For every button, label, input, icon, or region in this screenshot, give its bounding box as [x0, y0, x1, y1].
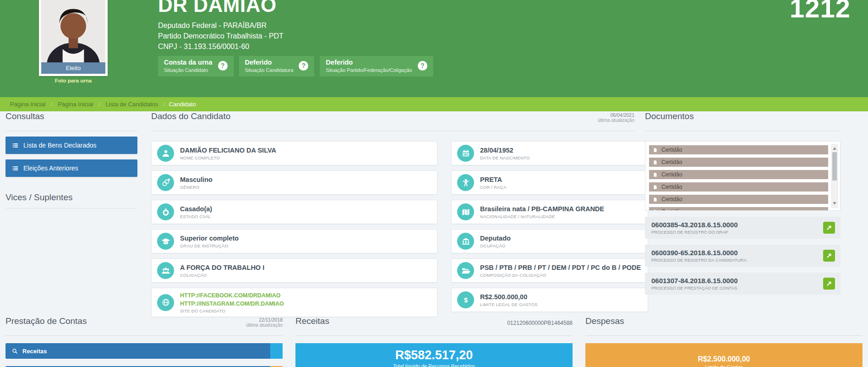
page-title: DR DAMIÃO	[158, 0, 284, 16]
candidate-page: 1212 Eleito Foto para urna DR DAMIÃO Dep…	[0, 0, 868, 367]
certidao-item[interactable]: Certidão	[649, 158, 828, 167]
last-update-date: 22/11/2018	[246, 317, 283, 323]
field-card: PSB / PTB / PRB / PT / DEM / PDT / PC do…	[451, 258, 648, 283]
processo-number: 0601307-84.2018.6.15.0000	[651, 277, 738, 285]
processo-number: 0600385-43.2018.6.15.0000	[651, 221, 738, 229]
field-value: DAMIÃO FELICIANO DA SILVA	[180, 146, 276, 154]
field-card: 28/04/1952 DATA DE NASCIMENTO	[451, 141, 648, 165]
certidao-item[interactable]: Certidão	[649, 145, 828, 154]
badge-subtitle: Situação Partido/Federação/Coligação	[326, 67, 412, 73]
breadcrumb-link[interactable]: Página Inicial	[58, 101, 93, 108]
field-label: COMPOSIÇÃO DA COLIGAÇÃO	[480, 273, 641, 278]
field-value: PRETA	[480, 175, 506, 184]
field-value: PSB / PTB / PRB / PT / DEM / PDT / PC do…	[480, 263, 641, 272]
last-update-label: última atualização	[246, 323, 283, 328]
scroll-up-arrow[interactable]	[832, 146, 837, 151]
field-card: Casado(a) ESTADO CIVIL	[151, 200, 437, 224]
certidoes-list: Certidão Certidão Certidão	[645, 141, 841, 211]
dados-section: Dados do Candidato 06/04/2021 última atu…	[151, 111, 634, 322]
external-link-icon[interactable]: ↗	[823, 250, 835, 262]
field-card: Deputado OCUPAÇÃO	[451, 229, 648, 253]
scrollbar	[831, 144, 838, 208]
prestacao-title: Prestação de Contas	[5, 316, 87, 326]
certidoes-rows: Certidão Certidão Certidão	[649, 145, 828, 211]
field-label: DATA DE NASCIMENTO	[480, 155, 530, 160]
receitas-total-card: R$582.517,20 Total líquido de Recursos R…	[295, 343, 573, 367]
breadcrumb: Página Inicial / Página Inicial / Lista …	[0, 97, 868, 111]
divider	[5, 131, 137, 131]
field-card: Brasileira nata / PB-CAMPINA GRANDE NACI…	[451, 200, 648, 224]
despesas-amount-label: Limite de Gastos	[585, 364, 863, 367]
photo-caption: Foto para urna	[39, 78, 108, 83]
receitas-title: Receitas	[295, 316, 329, 326]
prestacao-button[interactable]: Receitas	[5, 343, 283, 359]
processo-number: 0600390-65.2018.6.15.0000	[651, 249, 747, 257]
calendar-icon	[457, 145, 474, 162]
fields-right-column: 28/04/1952 DATA DE NASCIMENTO PRETA COR …	[451, 141, 648, 317]
certidao-item[interactable]: Certidão	[649, 170, 828, 179]
breadcrumb-current: Candidato	[169, 101, 196, 108]
accent-strip	[270, 343, 283, 359]
document-icon	[653, 172, 658, 178]
dollar-icon: $	[457, 291, 474, 308]
person-silhouette	[41, 0, 105, 63]
divider	[151, 131, 634, 131]
divider	[585, 335, 863, 336]
external-link-icon[interactable]: ↗	[823, 222, 835, 234]
list-icon	[12, 142, 19, 149]
help-icon[interactable]: ?	[299, 61, 308, 71]
field-card: Superior completo GRAU DE INSTRUÇÃO	[151, 229, 437, 253]
sidebar-button[interactable]: Eleições Anteriores	[5, 159, 137, 177]
status-badge-card: Deferido Situação Partido/Federação/Coli…	[320, 56, 433, 77]
office-line: Deputado Federal - PARAÍBA/BR	[158, 20, 284, 31]
divider	[5, 335, 283, 336]
map-icon	[457, 203, 474, 220]
certidao-item[interactable]: Certidão	[649, 207, 828, 211]
field-label: GRAU DE INSTRUÇÃO	[180, 243, 239, 248]
certidao-item[interactable]: Certidão	[649, 195, 828, 204]
processo-card: 0600390-65.2018.6.15.0000 PROCESSO DE RE…	[645, 245, 841, 267]
breadcrumb-link[interactable]: Lista de Candidatos	[105, 101, 158, 108]
ring-icon	[157, 203, 174, 220]
help-icon[interactable]: ?	[218, 61, 228, 71]
receitas-amount: R$582.517,20	[295, 348, 573, 362]
sidebar-buttons: Lista de Bens Declarados Eleições Anteri…	[5, 137, 137, 177]
candidate-site-links[interactable]: HTTP://FACEBOOK.COM/DRDAMIAOHTTP://INSTA…	[180, 291, 284, 308]
field-label: NOME COMPLETO	[180, 155, 276, 160]
processos-list: 0600385-43.2018.6.15.0000 PROCESSO DE RE…	[645, 217, 841, 295]
sidebar-button[interactable]: Lista de Bens Declarados	[5, 137, 137, 154]
document-icon	[653, 159, 658, 165]
bank-icon	[457, 233, 474, 250]
field-value: Masculino	[180, 175, 213, 184]
scroll-down-arrow[interactable]	[832, 201, 837, 206]
documentos-title: Documentos	[645, 111, 694, 121]
fields-left-column: DAMIÃO FELICIANO DA SILVA NOME COMPLETO …	[151, 141, 437, 322]
consultas-title: Consultas	[5, 111, 44, 121]
badge-title: Deferido	[245, 59, 294, 66]
external-link-icon[interactable]: ↗	[823, 278, 835, 290]
group-icon	[157, 262, 174, 279]
last-update-label: última atualização	[598, 118, 634, 123]
despesas-limit-card: R$2.500.000,00 Limite de Gastos	[585, 343, 863, 367]
certidao-item[interactable]: Certidão	[649, 182, 828, 192]
certidao-label: Certidão	[661, 208, 682, 211]
divider	[5, 208, 137, 208]
field-label: NACIONALIDADE / NATURALIDADE	[480, 214, 604, 219]
processo-label: PROCESSO DE PRESTAÇÃO DE CONTAS	[651, 285, 738, 290]
list-icon	[12, 165, 19, 172]
breadcrumb-separator: /	[51, 101, 53, 108]
field-value: Superior completo	[180, 234, 239, 242]
status-badges: Consta da urna Situação Candidato ? Defe…	[158, 56, 433, 77]
receitas-section: Receitas 012120600000PB1464588 R$582.517…	[295, 316, 573, 367]
sidebar: Consultas Lista de Bens Declarados Eleiç…	[5, 111, 137, 322]
document-icon	[653, 197, 658, 203]
badge-title: Consta da urna	[164, 59, 213, 66]
cnpj-line: CNPJ - 31.193.156/0001-60	[158, 41, 284, 52]
help-icon[interactable]: ?	[418, 61, 427, 71]
field-label: GÊNERO	[180, 185, 213, 190]
search-icon	[11, 348, 18, 355]
document-icon	[653, 184, 658, 190]
breadcrumb-link[interactable]: Página Inicial	[10, 101, 45, 108]
certidao-label: Certidão	[661, 184, 682, 190]
scrollbar-thumb[interactable]	[832, 152, 837, 181]
